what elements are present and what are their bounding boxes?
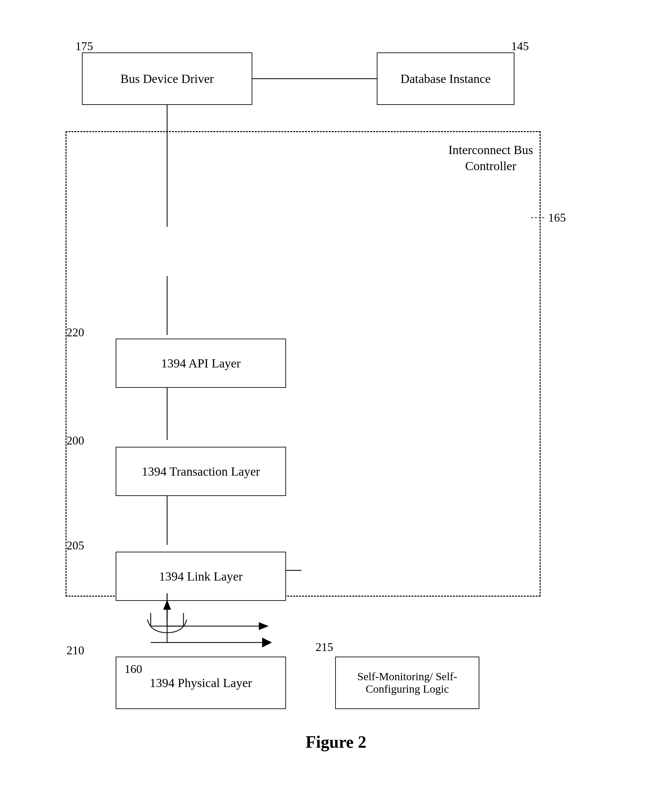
bus-device-driver-label: Bus Device Driver <box>121 71 214 86</box>
self-monitoring-box: Self-Monitoring/ Self-Configuring Logic <box>335 656 479 709</box>
interconnect-label-text: Interconnect BusController <box>448 143 533 173</box>
transaction-layer-box: 1394 Transaction Layer <box>116 447 286 496</box>
svg-marker-17 <box>259 622 269 630</box>
figure-caption-text: Figure 2 <box>306 733 366 751</box>
ref-200: 200 <box>67 434 84 448</box>
diagram-container: 175 Bus Device Driver 145 Database Insta… <box>33 20 639 741</box>
ref-145: 145 <box>511 39 529 53</box>
api-layer-label: 1394 API Layer <box>161 356 241 371</box>
transaction-layer-label: 1394 Transaction Layer <box>142 464 260 478</box>
bus-device-driver-box: Bus Device Driver <box>82 53 252 105</box>
ref-220: 220 <box>67 326 84 339</box>
figure-caption: Figure 2 <box>0 732 672 752</box>
ref-165: 165 <box>531 211 566 225</box>
database-instance-box: Database Instance <box>377 53 514 105</box>
svg-marker-19 <box>163 600 171 610</box>
ref-205: 205 <box>67 539 84 552</box>
ref-210: 210 <box>67 643 84 657</box>
api-layer-box: 1394 API Layer <box>116 339 286 388</box>
interconnect-container: Interconnect BusController 165 220 1394 … <box>66 131 541 597</box>
physical-layer-label: 1394 Physical Layer <box>150 675 252 690</box>
link-layer-label: 1394 Link Layer <box>159 569 242 584</box>
ref-175: 175 <box>75 39 93 53</box>
database-instance-label: Database Instance <box>400 71 491 86</box>
external-arrow-svg <box>98 593 328 675</box>
interconnect-label: Interconnect BusController <box>448 142 533 174</box>
self-monitoring-label: Self-Monitoring/ Self-Configuring Logic <box>336 671 479 695</box>
